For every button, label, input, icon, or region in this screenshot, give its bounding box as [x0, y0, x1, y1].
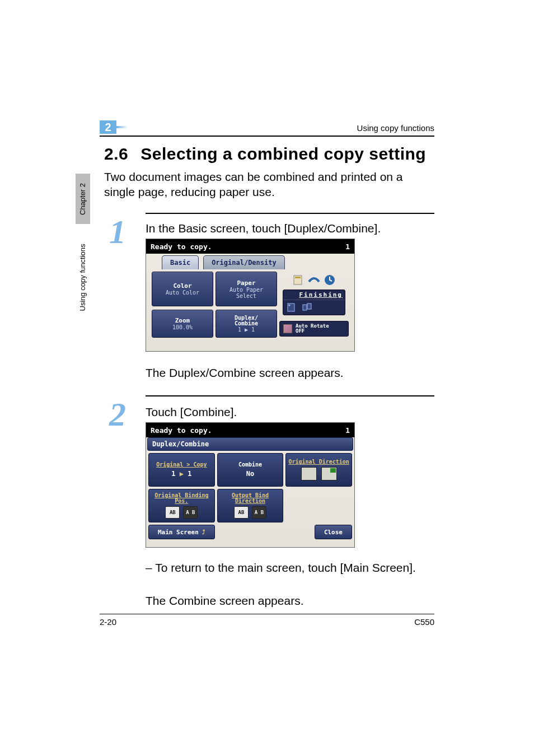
- duplex-combine-button[interactable]: Duplex/ Combine 1 ▶ 1: [216, 310, 277, 338]
- ab-icon-dark-1: A B: [183, 506, 198, 519]
- duplex-options-grid: Original > Copy 1 ▶ 1 Combine No Origina…: [146, 451, 354, 525]
- main-screen-button[interactable]: Main Screen ⤴: [148, 525, 215, 539]
- ab-icon-light-1: AB: [165, 506, 180, 519]
- ab-icon-dark-2: A B: [252, 506, 266, 519]
- auto-rotate-icon: [283, 324, 292, 333]
- intro-paragraph: Two document images can be combined and …: [104, 169, 434, 200]
- status-bar: Ready to copy. 1: [146, 239, 354, 254]
- step1-number: 1: [109, 213, 126, 251]
- status-bar-2: Ready to copy. 1: [146, 423, 354, 437]
- header-section-number: 2: [100, 120, 116, 134]
- section-title: 2.6Selecting a combined copy setting: [104, 144, 426, 164]
- color-button[interactable]: Color Auto Color: [152, 272, 213, 306]
- close-button[interactable]: Close: [315, 525, 352, 539]
- svg-rect-6: [307, 304, 311, 309]
- step1-text: In the Basic screen, touch [Duplex/Combi…: [146, 221, 434, 236]
- color-value: Auto Color: [166, 290, 199, 296]
- main-screen-label: Main Screen: [158, 529, 199, 536]
- tab-row: Basic Original/Density: [146, 254, 354, 269]
- side-using-text: Using copy functions: [79, 244, 87, 311]
- footer-rule: [100, 614, 434, 614]
- tab-basic[interactable]: Basic: [162, 255, 199, 269]
- step2-result-text: The Combine screen appears.: [146, 593, 434, 608]
- original-direction-icons: [301, 467, 337, 480]
- finishing-icons: [283, 300, 345, 315]
- header-decoration: [116, 126, 128, 128]
- section-title-number: 2.6: [104, 144, 128, 163]
- side-using-label: Using copy functions: [76, 230, 90, 325]
- sort-icon: [302, 302, 312, 312]
- finishing-label: Finishing: [283, 290, 345, 300]
- duplex-title-l2: Combine: [235, 320, 258, 326]
- auto-rotate-l2: OFF: [296, 329, 329, 334]
- combine-button[interactable]: Combine No: [217, 453, 284, 487]
- side-tab: Chapter 2 Using copy functions: [76, 174, 90, 325]
- orientation-icon-2: [321, 467, 337, 480]
- duplex-combine-title-bar: Duplex/Combine: [147, 437, 353, 451]
- original-direction-button[interactable]: Original Direction: [285, 453, 352, 487]
- basic-main-area: Color Auto Color Zoom 100.0% Paper Auto …: [146, 269, 354, 338]
- doc-icons-row: [292, 272, 336, 288]
- side-chapter-label: Chapter 2: [76, 174, 90, 224]
- svg-rect-3: [288, 304, 294, 311]
- original-direction-title: Original Direction: [288, 459, 349, 465]
- screenshot-basic-screen: Ready to copy. 1 Basic Original/Density …: [146, 239, 355, 352]
- header-running-title: Using copy functions: [357, 123, 434, 133]
- footer-page-number: 2-20: [100, 617, 116, 627]
- screenshot-duplex-combine: Ready to copy. 1 Duplex/Combine Original…: [146, 422, 355, 548]
- section-title-text: Selecting a combined copy setting: [140, 144, 426, 163]
- doc-icon-1: [292, 274, 305, 286]
- tab-original-density[interactable]: Original/Density: [203, 255, 285, 269]
- step2-rule: [146, 395, 434, 396]
- original-binding-title: Original Binding Pos.: [149, 493, 214, 504]
- original-copy-value: 1 ▶ 1: [171, 470, 191, 478]
- bottom-row: Main Screen ⤴ Close: [146, 525, 354, 539]
- step1-rule: [146, 213, 434, 214]
- original-copy-title: Original > Copy: [156, 462, 207, 468]
- auto-rotate-button[interactable]: Auto Rotate OFF: [279, 321, 349, 337]
- step2-note: – To return to the main screen, touch [M…: [146, 560, 434, 575]
- step2-note-line: – To return to the main screen, touch [M…: [146, 560, 434, 575]
- empty-cell: [285, 489, 352, 522]
- step2-number: 2: [109, 395, 126, 434]
- paper-title: Paper: [237, 279, 255, 287]
- paper-value-l1: Auto Paper: [229, 287, 263, 293]
- step2-text: Touch [Combine].: [146, 404, 434, 419]
- status-count: 1: [345, 242, 350, 251]
- combine-title: Combine: [238, 462, 262, 468]
- output-bind-direction-button[interactable]: Output Bind Direction AB A B: [217, 489, 284, 522]
- step1-result-text: The Duplex/Combine screen appears.: [146, 365, 434, 380]
- zoom-button[interactable]: Zoom 100.0%: [152, 310, 213, 338]
- paper-value-l2: Select: [236, 293, 256, 299]
- original-binding-pos-button[interactable]: Original Binding Pos. AB A B: [148, 489, 215, 522]
- header-rule: [100, 136, 434, 137]
- color-title: Color: [173, 282, 191, 290]
- status-count-2: 1: [345, 426, 350, 435]
- doc-icon-3: [324, 274, 336, 286]
- finishing-button[interactable]: Finishing: [283, 290, 345, 315]
- ab-icon-light-2: AB: [234, 506, 249, 519]
- svg-rect-1: [295, 277, 301, 278]
- status-text: Ready to copy.: [151, 242, 212, 251]
- orientation-icon-1: [301, 467, 317, 480]
- svg-point-4: [289, 305, 291, 306]
- up-arrow-icon: ⤴: [202, 529, 205, 536]
- original-copy-button[interactable]: Original > Copy 1 ▶ 1: [148, 453, 215, 487]
- footer-model: C550: [414, 617, 434, 627]
- zoom-value: 100.0%: [172, 325, 193, 330]
- paper-button[interactable]: Paper Auto Paper Select: [216, 272, 277, 306]
- staple-icon: [287, 302, 297, 312]
- side-chapter-text: Chapter 2: [79, 183, 87, 214]
- doc-icon-2: [308, 274, 320, 286]
- duplex-value: 1 ▶ 1: [238, 327, 255, 333]
- svg-rect-5: [303, 305, 307, 310]
- combine-value: No: [246, 470, 254, 478]
- zoom-title: Zoom: [175, 317, 190, 324]
- status-text-2: Ready to copy.: [151, 426, 212, 435]
- output-bind-title: Output Bind Direction: [218, 493, 283, 504]
